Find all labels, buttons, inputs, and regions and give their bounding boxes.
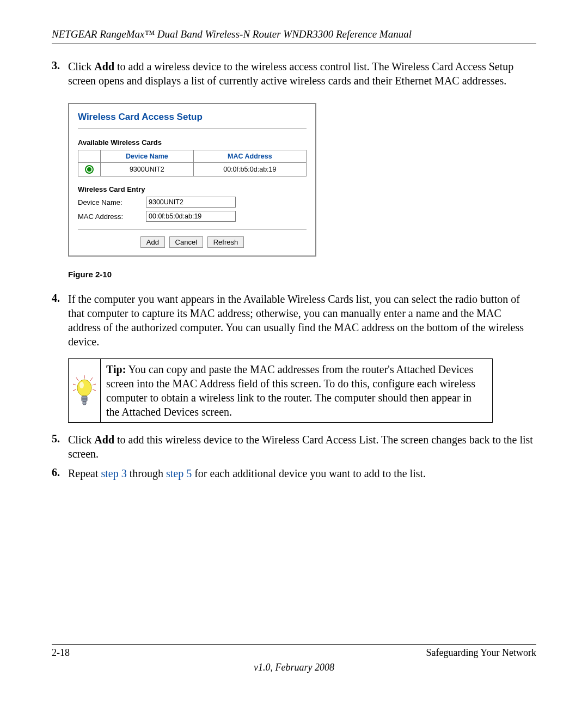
table-header-radio [78,150,101,163]
step-4-number: 4. [52,292,68,349]
row-radio-cell[interactable] [78,163,101,176]
tip-bulb-icon [71,374,98,407]
header-rule [52,44,536,44]
row-device-name: 9300UNIT2 [101,163,194,176]
svg-line-6 [93,389,96,391]
step-3: 3. Click Add to add a wireless device to… [52,59,536,88]
step-6-text-a: Repeat [68,467,101,479]
radio-selected-icon [85,165,94,174]
available-cards-table: Device Name MAC Address 9300UNIT2 00:0f:… [78,150,307,176]
page-footer: 2-18 Safeguarding Your Network v1.0, Feb… [52,644,536,673]
step-4: 4. If the computer you want appears in t… [52,292,536,349]
panel-rule-1 [78,128,307,129]
table-header-device: Device Name [101,150,194,163]
wireless-card-access-panel: Wireless Card Access Setup Available Wir… [68,103,316,257]
step-3-text-a: Click [68,60,94,72]
step-3-body: Click Add to add a wireless device to th… [68,59,536,88]
step-3-text-b: to add a wireless device to the wireless… [68,60,513,87]
tip-body: You can copy and paste the MAC addresses… [106,363,475,418]
step-6-number: 6. [52,466,68,480]
step-6-text-b: through [127,467,166,479]
panel-title: Wireless Card Access Setup [78,112,307,123]
footer-rule [52,644,536,645]
table-row[interactable]: 9300UNIT2 00:0f:b5:0d:ab:19 [78,163,307,176]
step-5-text-b: to add this wireless device to the Wirel… [68,434,533,460]
svg-point-8 [79,382,84,388]
svg-rect-12 [83,401,86,405]
tip-icon-cell [69,359,101,422]
step-5-number: 5. [52,433,68,461]
refresh-button[interactable]: Refresh [207,236,244,248]
page-header-title: NETGEAR RangeMax™ Dual Band Wireless-N R… [52,28,536,40]
svg-line-4 [93,384,96,385]
mac-address-input[interactable] [146,211,236,222]
tip-label: Tip: [106,363,126,375]
figure-2-10: Wireless Card Access Setup Available Wir… [68,103,536,279]
mac-address-label: MAC Address: [78,212,146,221]
step-4-body: If the computer you want appears in the … [68,292,536,349]
panel-button-row: Add Cancel Refresh [78,236,307,248]
footer-version: v1.0, February 2008 [52,662,536,673]
step-5-add-word: Add [94,434,114,446]
cancel-button[interactable]: Cancel [169,236,203,248]
svg-line-5 [73,389,76,391]
wireless-card-entry-label: Wireless Card Entry [78,185,307,193]
tip-box: Tip: You can copy and paste the MAC addr… [68,358,493,423]
footer-page-number: 2-18 [52,647,70,659]
step-6-body: Repeat step 3 through step 5 for each ad… [68,466,426,480]
row-mac-address: 00:0f:b5:0d:ab:19 [193,163,306,176]
step-3-link[interactable]: step 3 [101,467,127,479]
footer-section-title: Safeguarding Your Network [426,647,536,659]
step-3-add-word: Add [94,60,114,72]
step-5-text-a: Click [68,434,94,446]
svg-line-3 [73,384,76,385]
step-5-body: Click Add to add this wireless device to… [68,433,536,461]
step-5: 5. Click Add to add this wireless device… [52,433,536,461]
step-6-text-c: for each additional device you want to a… [192,467,426,479]
step-6: 6. Repeat step 3 through step 5 for each… [52,466,536,480]
svg-point-7 [77,380,91,396]
add-button[interactable]: Add [140,236,165,248]
step-5-link[interactable]: step 5 [166,467,192,479]
panel-rule-2 [78,229,307,230]
svg-line-2 [90,378,93,381]
device-name-label: Device Name: [78,198,146,206]
step-3-number: 3. [52,59,68,88]
tip-text: Tip: You can copy and paste the MAC addr… [101,359,492,422]
device-name-input[interactable] [146,197,236,208]
figure-caption: Figure 2-10 [68,270,536,279]
table-header-mac: MAC Address [193,150,306,163]
available-cards-label: Available Wireless Cards [78,138,307,147]
svg-line-1 [76,378,78,381]
svg-rect-9 [82,396,87,401]
